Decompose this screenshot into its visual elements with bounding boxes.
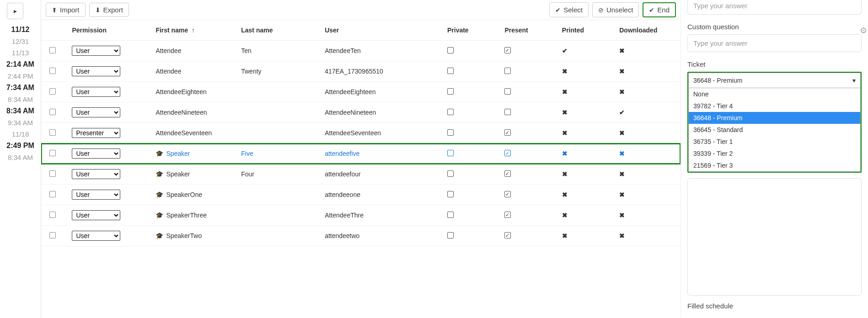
expand-button[interactable]: ▸: [7, 3, 23, 19]
speaker-icon: 🎓: [155, 232, 163, 239]
present-checkbox[interactable]: [504, 88, 511, 95]
present-checkbox[interactable]: [504, 109, 511, 115]
ticket-label: Ticket: [687, 60, 862, 68]
gear-icon[interactable]: ⚙: [860, 26, 867, 36]
table-row[interactable]: UserPresenter🎓SpeakerFourattendeefour✖✖: [41, 164, 680, 185]
timeline-entry[interactable]: 2:14 AM: [0, 58, 41, 70]
first-name-cell: AttendeeEighteen: [151, 82, 236, 102]
col-user[interactable]: User: [320, 20, 443, 41]
permission-select[interactable]: UserPresenter: [72, 169, 120, 179]
permission-select[interactable]: UserPresenter: [72, 148, 120, 159]
permission-select[interactable]: UserPresenter: [72, 210, 120, 220]
private-checkbox[interactable]: [447, 129, 454, 136]
table-row[interactable]: UserPresenterAttendeeNineteenAttendeeNin…: [41, 102, 680, 123]
table-row[interactable]: UserPresenter🎓SpeakerOneattendeeone✖✖: [41, 185, 680, 205]
col-first-name[interactable]: First name ↑: [151, 20, 236, 41]
timeline-entry[interactable]: 7:34 AM: [0, 82, 41, 94]
x-icon: ✖: [562, 191, 568, 198]
permission-select[interactable]: UserPresenter: [72, 87, 120, 97]
private-checkbox[interactable]: [447, 212, 454, 218]
ticket-option[interactable]: 36735 - Tier 1: [689, 136, 860, 148]
timeline-entry[interactable]: 8:34 AM: [0, 152, 41, 163]
ticket-option[interactable]: 36648 - Premium: [689, 112, 860, 124]
present-checkbox[interactable]: [504, 232, 511, 238]
present-checkbox[interactable]: [504, 170, 511, 177]
permission-select[interactable]: UserPresenter: [72, 46, 120, 56]
attendee-table-wrap[interactable]: Permission First name ↑ Last name User P…: [41, 20, 680, 318]
row-checkbox[interactable]: [49, 170, 56, 177]
permission-select[interactable]: UserPresenter: [72, 107, 120, 117]
upload-icon: ⬆: [52, 6, 57, 14]
user-cell: attendeefour: [320, 164, 443, 185]
row-checkbox[interactable]: [49, 212, 56, 218]
present-checkbox[interactable]: [504, 150, 511, 156]
present-checkbox[interactable]: [504, 68, 511, 74]
first-name-cell: AttendeeNineteen: [151, 102, 236, 123]
table-row[interactable]: UserPresenterAttendeeTwenty417EA_1730965…: [41, 61, 680, 82]
timeline-entry[interactable]: 2:44 PM: [0, 70, 41, 82]
import-button[interactable]: ⬆ Import: [46, 3, 86, 17]
unselect-button[interactable]: ⊘ Unselect: [592, 2, 639, 17]
table-row[interactable]: UserPresenterAttendeeTenAttendeeTen✔✖: [41, 41, 680, 61]
table-row[interactable]: UserPresenter🎓SpeakerFiveattendeefive✖✖: [41, 143, 680, 164]
present-checkbox[interactable]: [504, 129, 511, 136]
private-checkbox[interactable]: [447, 68, 454, 74]
end-button[interactable]: ✔ End: [643, 2, 676, 17]
permission-select[interactable]: UserPresenter: [72, 231, 120, 241]
present-checkbox[interactable]: [504, 191, 511, 197]
last-name-cell: [236, 82, 320, 102]
answer-input-top[interactable]: Type your answer: [687, 0, 862, 15]
permission-select[interactable]: UserPresenter: [72, 66, 120, 76]
col-downloaded[interactable]: Downloaded: [615, 20, 680, 41]
table-row[interactable]: UserPresenter🎓SpeakerThreeAttendeeThre✖✖: [41, 205, 680, 226]
timeline-entry[interactable]: 2:49 PM: [0, 140, 41, 152]
row-checkbox[interactable]: [49, 129, 56, 136]
private-checkbox[interactable]: [447, 47, 454, 53]
timeline-entry[interactable]: 8:34 AM: [0, 94, 41, 105]
ticket-option[interactable]: None: [689, 88, 860, 100]
row-checkbox[interactable]: [49, 150, 56, 156]
select-button[interactable]: ✔ Select: [549, 2, 589, 17]
private-checkbox[interactable]: [447, 109, 454, 115]
ticket-option[interactable]: 39339 - Tier 2: [689, 148, 860, 159]
ticket-select[interactable]: 36648 - Premium ▾: [688, 73, 861, 88]
last-name-cell: Five: [236, 143, 320, 164]
timeline-entry[interactable]: 9:34 AM: [0, 117, 41, 128]
ticket-option[interactable]: 21569 - Tier 3: [689, 159, 860, 171]
private-checkbox[interactable]: [447, 88, 454, 95]
row-checkbox[interactable]: [49, 232, 56, 238]
permission-select[interactable]: UserPresenter: [72, 190, 120, 200]
col-private[interactable]: Private: [443, 20, 500, 41]
private-checkbox[interactable]: [447, 191, 454, 197]
timeline-entry[interactable]: 11/12: [0, 24, 41, 36]
present-checkbox[interactable]: [504, 47, 511, 53]
col-last-name[interactable]: Last name: [236, 20, 320, 41]
timeline-entry[interactable]: 8:34 AM: [0, 105, 41, 117]
timeline-entry[interactable]: 11/13: [0, 47, 41, 58]
table-row[interactable]: UserPresenter🎓SpeakerTwoattendeetwo✖✖: [41, 226, 680, 246]
timeline-entry[interactable]: 11/18: [0, 128, 41, 140]
present-checkbox[interactable]: [504, 212, 511, 218]
timeline-entry[interactable]: 12/31: [0, 36, 41, 47]
col-printed[interactable]: Printed: [557, 20, 615, 41]
export-button[interactable]: ⬇ Export: [89, 3, 129, 17]
row-checkbox[interactable]: [49, 47, 56, 53]
col-permission[interactable]: Permission: [67, 20, 151, 41]
row-checkbox[interactable]: [49, 68, 56, 74]
notes-textarea[interactable]: [687, 178, 862, 296]
row-checkbox[interactable]: [49, 191, 56, 197]
row-checkbox[interactable]: [49, 109, 56, 115]
ticket-option[interactable]: 36645 - Standard: [689, 124, 860, 136]
sort-asc-icon: ↑: [192, 26, 195, 34]
permission-select[interactable]: UserPresenter: [72, 128, 120, 138]
table-row[interactable]: UserPresenterAttendeeSeventeenAttendeeSe…: [41, 123, 680, 143]
private-checkbox[interactable]: [447, 232, 454, 238]
private-checkbox[interactable]: [447, 170, 454, 177]
col-present[interactable]: Present: [500, 20, 557, 41]
table-row[interactable]: UserPresenterAttendeeEighteenAttendeeEig…: [41, 82, 680, 102]
x-icon: ✖: [619, 88, 625, 95]
custom-question-input[interactable]: Type your answer: [687, 34, 862, 52]
ticket-option[interactable]: 39782 - Tier 4: [689, 100, 860, 112]
private-checkbox[interactable]: [447, 150, 454, 156]
row-checkbox[interactable]: [49, 88, 56, 95]
